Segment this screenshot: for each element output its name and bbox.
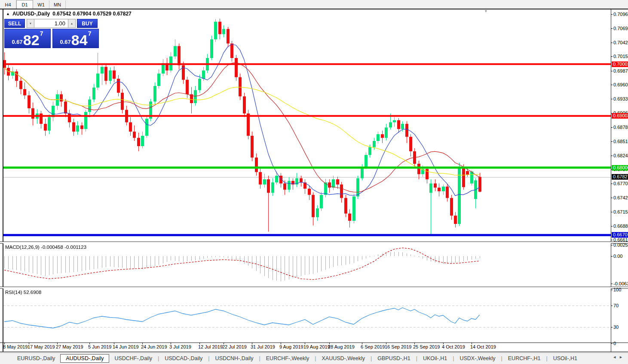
sell-price-button[interactable]: 0.67 82 7: [4, 29, 51, 48]
level-price-label: 0.69003: [612, 113, 628, 119]
date-tick-label: 5 Jun 2019: [88, 344, 111, 349]
price-tick-mark: [611, 284, 613, 284]
chart-shift-marker-icon[interactable]: ▼: [484, 9, 488, 13]
price-tick-mark: [611, 306, 613, 306]
chart-tab-ukoil-h1[interactable]: UKOil-,H1: [418, 354, 452, 363]
timeframe-button-w1[interactable]: W1: [33, 0, 49, 9]
chart-bottom-border: [0, 352, 628, 352]
timeframe-button-mn[interactable]: MN: [49, 0, 66, 9]
price-tick-mark: [611, 14, 613, 15]
price-tick-mark: [611, 290, 613, 290]
date-tick-label: 14 Oct 2019: [470, 344, 496, 349]
price-tick-mark: [611, 256, 613, 257]
mt4-terminal: H4D1W1MN ▼ ▲ AUDUSD-,Daily 0.67542 0.679…: [0, 0, 628, 364]
timeframe-button-d1[interactable]: D1: [16, 0, 33, 9]
chart-tab-usdx-weekly[interactable]: USDX-,Weekly: [454, 354, 500, 363]
volume-decrease-button[interactable]: ▼: [27, 19, 34, 28]
price-tick-label: 0: [613, 341, 616, 346]
tab-scroll-left-icon[interactable]: ◄: [613, 355, 619, 359]
tab-scroll-right-icon[interactable]: ►: [619, 355, 625, 359]
price-tick-mark: [611, 240, 613, 240]
chart-tab-eurusd-daily[interactable]: EURUSD-,Daily: [12, 354, 60, 363]
price-tick-mark: [611, 156, 613, 156]
date-tick-label: 8 May 2019: [3, 344, 28, 349]
price-tick-mark: [611, 198, 613, 198]
price-tick-mark: [611, 245, 613, 245]
price-tick-label: -0.006326: [613, 281, 628, 286]
chart-tab-gbpusd-h1[interactable]: GBPUSD-,H1: [372, 354, 415, 363]
price-tick-mark: [611, 56, 613, 57]
tab-separator: |: [259, 355, 260, 361]
date-tick-label: 27 May 2019: [56, 344, 83, 349]
date-tick-label: 3 Jul 2019: [169, 344, 191, 349]
date-tick-label: 19 Aug 2019: [303, 344, 330, 349]
price-tick-label: 0.69605: [613, 82, 628, 87]
chart-tab-audusd-daily[interactable]: AUDUSD-,Daily: [60, 354, 109, 363]
price-axis-separator: [611, 9, 611, 352]
buy-price-button[interactable]: 0.67 84 7: [52, 29, 99, 48]
tab-separator: |: [208, 355, 209, 361]
tab-separator: |: [416, 355, 417, 361]
price-tick-mark: [611, 327, 613, 327]
chart-tab-eurchf-weekly[interactable]: EURCHF-,Weekly: [261, 354, 314, 363]
volume-input[interactable]: 1.00: [34, 19, 68, 28]
sell-price-prefix: 0.67: [12, 39, 23, 45]
price-tick-label: 70: [613, 303, 619, 308]
price-tick-label: 0.67425: [613, 195, 628, 200]
volume-increase-button[interactable]: ▲: [68, 19, 76, 28]
price-tick-mark: [611, 28, 613, 29]
chart-tab-bar: EURUSD-,DailyAUDUSD-,DailyUSDCHF-,Daily|…: [0, 352, 628, 364]
chart-tab-eurchf-h1[interactable]: EURCHF-,H1: [503, 354, 546, 363]
collapse-panel-icon[interactable]: ▲: [6, 12, 10, 16]
date-tick-label: 17 May 2019: [28, 344, 55, 349]
rsi-label: RSI(14) 52.6908: [5, 290, 41, 295]
price-tick-label: 0.66610: [613, 237, 628, 242]
price-tick-label: 0.70965: [613, 12, 628, 17]
chart-tab-usdcad-daily[interactable]: USDCAD-,Daily: [159, 354, 208, 363]
price-tick-label: 0.69330: [613, 96, 628, 101]
buy-price-big: 84: [71, 34, 88, 46]
date-tick-label: 28 Aug 2019: [328, 344, 355, 349]
timeframe-toolbar: H4D1W1MN: [0, 0, 628, 9]
tab-separator: |: [501, 355, 502, 361]
date-tick-label: 22 Jul 2019: [222, 344, 247, 349]
buy-price-prefix: 0.67: [60, 39, 71, 45]
macd-indicator-chart[interactable]: [3, 243, 611, 287]
price-tick-mark: [611, 212, 613, 212]
tab-separator: |: [158, 355, 159, 361]
price-tick-label: 0.68240: [613, 153, 628, 158]
price-tick-mark: [611, 226, 613, 226]
price-tick-mark: [611, 85, 613, 85]
chart-tab-xauusd-weekly[interactable]: XAUUSD-,Weekly: [317, 354, 370, 363]
sell-button[interactable]: SELL: [4, 19, 25, 28]
date-axis-border: [0, 343, 628, 343]
timeframe-button-h4[interactable]: H4: [0, 0, 16, 9]
date-tick-label: 4 Oct 2019: [442, 344, 465, 349]
price-tick-mark: [611, 343, 613, 344]
price-tick-label: 0.66880: [613, 223, 628, 229]
price-tick-label: 0.68515: [613, 139, 628, 144]
price-tick-label: 0.69875: [613, 68, 628, 73]
price-tick-label: 0.67155: [613, 209, 628, 214]
price-tick-label: 0.00: [613, 254, 622, 259]
date-tick-label: 24 Jun 2019: [141, 344, 167, 349]
symbol-title: AUDUSD-,Daily: [12, 11, 50, 17]
price-tick-mark: [611, 99, 613, 99]
buy-price-sup: 7: [88, 30, 92, 37]
tab-scroll-arrows[interactable]: ◄►: [613, 355, 625, 359]
chart-header: ▲ AUDUSD-,Daily 0.67542 0.67904 0.67529 …: [6, 11, 132, 17]
chart-tab-usdchf-daily[interactable]: USDCHF-,Daily: [109, 354, 157, 363]
price-tick-label: 0.70420: [613, 40, 628, 45]
rsi-indicator-chart[interactable]: [3, 288, 611, 343]
date-tick-label: 16 Sep 2019: [385, 344, 411, 349]
price-tick-label: 30: [613, 324, 619, 330]
chart-tab-usdcnh-daily[interactable]: USDCNH-,Daily: [210, 354, 259, 363]
buy-button[interactable]: BUY: [77, 19, 98, 28]
sell-price-big: 82: [23, 34, 40, 46]
level-price-label: 0.66705: [612, 232, 628, 238]
price-tick-label: 100: [613, 287, 621, 292]
date-tick-label: 31 Jul 2019: [251, 344, 275, 349]
price-tick-label: 0.002574: [613, 242, 628, 248]
chart-tab-usoil-h1[interactable]: USOil-,H1: [548, 354, 582, 363]
price-tick-mark: [611, 127, 613, 128]
